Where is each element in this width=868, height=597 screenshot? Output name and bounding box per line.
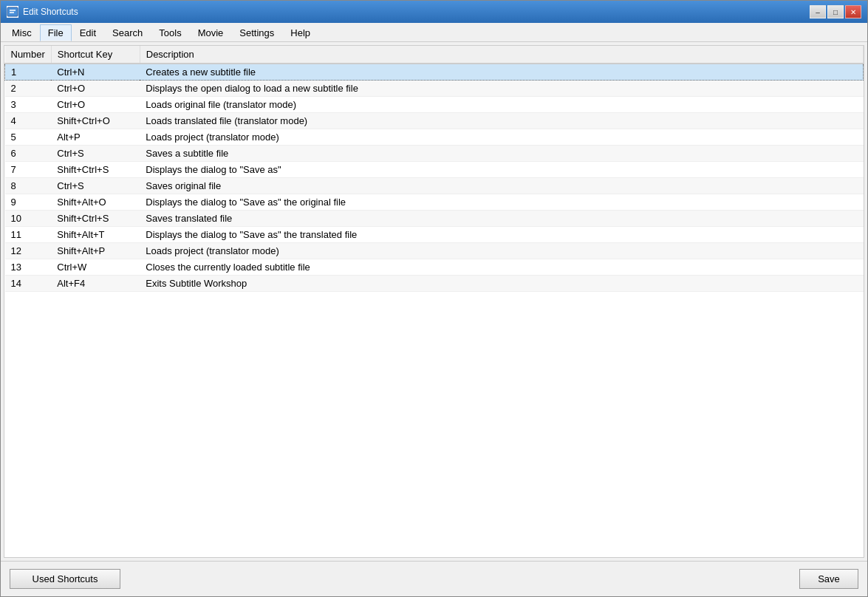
table-header: Number Shortcut Key Description [5, 46, 864, 64]
cell-shortcut: Shift+Ctrl+S [51, 211, 140, 227]
content-area: Number Shortcut Key Description 1Ctrl+NC… [4, 45, 864, 558]
cell-description: Displays the dialog to "Save as" the ori… [140, 194, 863, 211]
cell-description: Saves a subtitle file [140, 146, 863, 162]
cell-number: 13 [5, 259, 52, 276]
maximize-button[interactable]: □ [827, 5, 844, 18]
table-row[interactable]: 7Shift+Ctrl+SDisplays the dialog to "Sav… [5, 162, 864, 178]
cell-description: Displays the dialog to "Save as" [140, 162, 863, 178]
cell-shortcut: Shift+Alt+T [51, 227, 140, 243]
cell-shortcut: Shift+Ctrl+S [51, 162, 140, 178]
table-row[interactable]: 10Shift+Ctrl+SSaves translated file [5, 211, 864, 227]
cell-number: 4 [5, 113, 52, 129]
column-description: Description [140, 46, 863, 64]
main-window: Edit Shortcuts – □ ✕ MiscFileEditSearchT… [0, 0, 868, 597]
cell-shortcut: Ctrl+S [51, 178, 140, 194]
menu-item-help[interactable]: Help [282, 24, 318, 41]
cell-description: Loads project (translator mode) [140, 243, 863, 259]
used-shortcuts-button[interactable]: Used Shortcuts [10, 569, 120, 589]
cell-description: Creates a new subtitle file [140, 64, 863, 81]
cell-shortcut: Alt+F4 [51, 276, 140, 292]
table-row[interactable]: 5Alt+PLoads project (translator mode) [5, 129, 864, 146]
table-row[interactable]: 1Ctrl+NCreates a new subtitle file [5, 64, 864, 81]
cell-number: 11 [5, 227, 52, 243]
table-body: 1Ctrl+NCreates a new subtitle file2Ctrl+… [5, 64, 864, 292]
title-bar: Edit Shortcuts – □ ✕ [1, 1, 867, 23]
cell-description: Displays the dialog to "Save as" the tra… [140, 227, 863, 243]
cell-number: 8 [5, 178, 52, 194]
cell-number: 7 [5, 162, 52, 178]
app-icon [7, 6, 18, 18]
table-row[interactable]: 14Alt+F4Exits Subtitle Workshop [5, 276, 864, 292]
cell-number: 3 [5, 97, 52, 113]
cell-shortcut: Ctrl+O [51, 97, 140, 113]
svg-rect-0 [7, 7, 18, 16]
cell-description: Saves original file [140, 178, 863, 194]
close-button[interactable]: ✕ [845, 5, 861, 18]
cell-number: 5 [5, 129, 52, 146]
shortcuts-table: Number Shortcut Key Description 1Ctrl+NC… [4, 46, 864, 292]
minimize-button[interactable]: – [810, 5, 826, 18]
cell-shortcut: Ctrl+N [51, 64, 140, 81]
cell-shortcut: Ctrl+O [51, 81, 140, 97]
cell-shortcut: Ctrl+W [51, 259, 140, 276]
cell-description: Closes the currently loaded subtitle fil… [140, 259, 863, 276]
table-row[interactable]: 13Ctrl+WCloses the currently loaded subt… [5, 259, 864, 276]
cell-number: 9 [5, 194, 52, 211]
column-number: Number [5, 46, 52, 64]
cell-number: 2 [5, 81, 52, 97]
menu-item-tools[interactable]: Tools [151, 24, 189, 41]
menu-item-file[interactable]: File [40, 24, 72, 41]
table-row[interactable]: 2Ctrl+ODisplays the open dialog to load … [5, 81, 864, 97]
cell-description: Displays the open dialog to load a new s… [140, 81, 863, 97]
table-row[interactable]: 4Shift+Ctrl+OLoads translated file (tran… [5, 113, 864, 129]
menu-item-edit[interactable]: Edit [72, 24, 104, 41]
cell-shortcut: Shift+Alt+P [51, 243, 140, 259]
cell-description: Exits Subtitle Workshop [140, 276, 863, 292]
window-title: Edit Shortcuts [23, 7, 78, 17]
cell-shortcut: Shift+Alt+O [51, 194, 140, 211]
table-row[interactable]: 11Shift+Alt+TDisplays the dialog to "Sav… [5, 227, 864, 243]
cell-number: 12 [5, 243, 52, 259]
menu-item-misc[interactable]: Misc [4, 24, 40, 41]
cell-description: Loads translated file (translator mode) [140, 113, 863, 129]
cell-number: 14 [5, 276, 52, 292]
title-bar-left: Edit Shortcuts [7, 6, 78, 18]
column-shortcut: Shortcut Key [51, 46, 140, 64]
table-row[interactable]: 8Ctrl+SSaves original file [5, 178, 864, 194]
footer: Used Shortcuts Save [1, 561, 867, 596]
menu-item-search[interactable]: Search [104, 24, 151, 41]
menu-bar: MiscFileEditSearchToolsMovieSettingsHelp [1, 23, 867, 42]
cell-description: Loads project (translator mode) [140, 129, 863, 146]
cell-description: Saves translated file [140, 211, 863, 227]
menu-item-settings[interactable]: Settings [231, 24, 282, 41]
cell-shortcut: Ctrl+S [51, 146, 140, 162]
table-row[interactable]: 3Ctrl+OLoads original file (translator m… [5, 97, 864, 113]
menu-item-movie[interactable]: Movie [190, 24, 232, 41]
table-row[interactable]: 6Ctrl+SSaves a subtitle file [5, 146, 864, 162]
table-row[interactable]: 9Shift+Alt+ODisplays the dialog to "Save… [5, 194, 864, 211]
cell-shortcut: Shift+Ctrl+O [51, 113, 140, 129]
cell-number: 1 [5, 64, 52, 81]
cell-description: Loads original file (translator mode) [140, 97, 863, 113]
cell-number: 6 [5, 146, 52, 162]
table-container[interactable]: Number Shortcut Key Description 1Ctrl+NC… [4, 46, 864, 557]
table-row[interactable]: 12Shift+Alt+PLoads project (translator m… [5, 243, 864, 259]
cell-number: 10 [5, 211, 52, 227]
save-button[interactable]: Save [799, 569, 858, 589]
cell-shortcut: Alt+P [51, 129, 140, 146]
title-bar-controls: – □ ✕ [810, 5, 861, 18]
